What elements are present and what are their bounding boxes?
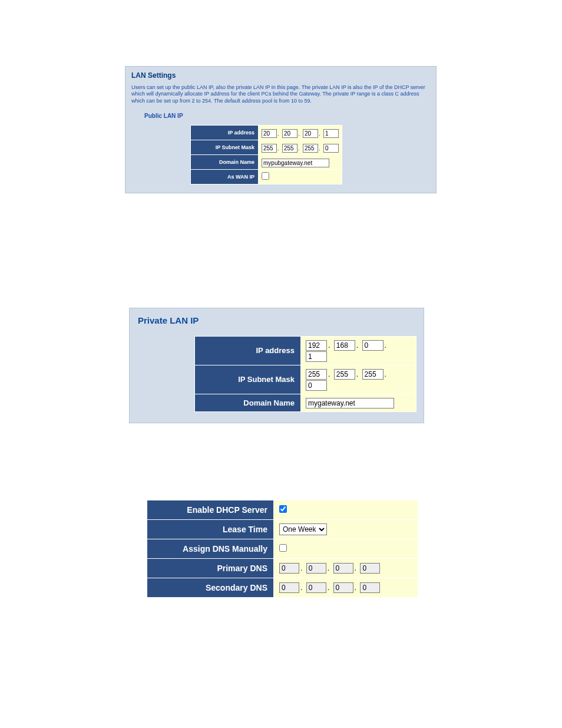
public-subnet-octet-4[interactable]: [323, 144, 339, 153]
dot-separator: .: [319, 146, 320, 151]
public-domain-label: Domain Name: [191, 154, 259, 169]
private-lan-ip-title: Private LAN IP: [138, 315, 416, 325]
private-subnet-label: IP Subnet Mask: [195, 365, 301, 394]
lease-time-value: One Week: [274, 519, 418, 539]
private-subnet-value: . . .: [301, 365, 416, 394]
dot-separator: .: [328, 341, 330, 350]
public-domain-input[interactable]: [262, 159, 329, 167]
public-ip-address-label: IP address: [191, 125, 259, 140]
lan-settings-panel: LAN Settings Users can set up the public…: [125, 66, 437, 193]
dot-separator: .: [298, 131, 300, 137]
public-subnet-label: IP Subnet Mask: [191, 140, 259, 154]
dot-separator: .: [355, 564, 356, 572]
primary-dns-octet-4[interactable]: [360, 563, 380, 574]
dot-separator: .: [300, 584, 302, 592]
lease-time-label: Lease Time: [147, 519, 274, 539]
lease-time-select[interactable]: One Week: [279, 523, 327, 535]
primary-dns-octet-2[interactable]: [306, 563, 326, 574]
secondary-dns-label: Secondary DNS: [147, 578, 274, 597]
as-wan-ip-value: [259, 169, 342, 184]
private-lan-ip-table: IP address . . . IP Subnet Mask . . . Do…: [194, 336, 416, 412]
enable-dhcp-label: Enable DHCP Server: [147, 500, 274, 519]
public-ip-octet-1[interactable]: [262, 129, 277, 138]
private-subnet-octet-4[interactable]: [306, 380, 327, 391]
public-ip-octet-2[interactable]: [282, 129, 297, 138]
primary-dns-value: . . .: [274, 558, 418, 578]
dhcp-dns-table: Enable DHCP Server Lease Time One Week A…: [147, 500, 418, 598]
dot-separator: .: [298, 146, 300, 151]
private-ip-address-label: IP address: [195, 336, 301, 365]
private-subnet-octet-1[interactable]: [306, 369, 327, 380]
private-lan-ip-panel: Private LAN IP IP address . . . IP Subne…: [129, 308, 424, 423]
dot-separator: .: [385, 370, 386, 378]
primary-dns-octet-1[interactable]: [279, 563, 299, 574]
private-ip-octet-2[interactable]: [334, 340, 355, 351]
as-wan-ip-checkbox[interactable]: [262, 172, 269, 180]
assign-dns-value: [274, 539, 418, 558]
dot-separator: .: [356, 370, 358, 378]
dot-separator: .: [277, 131, 279, 137]
primary-dns-octet-3[interactable]: [333, 563, 353, 574]
dot-separator: .: [385, 341, 386, 350]
public-ip-octet-4[interactable]: [323, 129, 339, 138]
private-ip-octet-1[interactable]: [306, 340, 327, 351]
private-domain-value: [301, 394, 416, 411]
as-wan-ip-label: As WAN IP: [191, 169, 259, 184]
dot-separator: .: [328, 370, 330, 378]
secondary-dns-value: . . .: [274, 578, 418, 597]
public-ip-address-value: . . .: [259, 125, 342, 140]
dot-separator: .: [319, 131, 320, 137]
public-subnet-octet-2[interactable]: [282, 144, 297, 153]
public-subnet-octet-3[interactable]: [303, 144, 318, 153]
dot-separator: .: [277, 146, 279, 151]
secondary-dns-octet-4[interactable]: [360, 582, 380, 593]
enable-dhcp-checkbox[interactable]: [279, 505, 287, 513]
dot-separator: .: [356, 341, 358, 350]
public-subnet-value: . . .: [259, 140, 342, 154]
public-subnet-octet-1[interactable]: [262, 144, 277, 153]
public-lan-ip-table: IP address . . . IP Subnet Mask . . . Do…: [190, 125, 342, 185]
secondary-dns-octet-2[interactable]: [306, 582, 326, 593]
dhcp-dns-panel: Enable DHCP Server Lease Time One Week A…: [147, 500, 418, 598]
secondary-dns-octet-1[interactable]: [279, 582, 299, 593]
enable-dhcp-value: [274, 500, 418, 519]
public-lan-ip-heading: Public LAN IP: [144, 113, 430, 119]
private-ip-octet-4[interactable]: [306, 351, 327, 362]
lan-settings-description: Users can set up the public LAN IP, also…: [131, 84, 430, 104]
secondary-dns-octet-3[interactable]: [333, 582, 353, 593]
private-subnet-octet-2[interactable]: [334, 369, 355, 380]
private-ip-address-value: . . .: [301, 336, 416, 365]
private-domain-input[interactable]: [306, 398, 394, 409]
lan-settings-title: LAN Settings: [131, 71, 430, 80]
assign-dns-label: Assign DNS Manually: [147, 539, 274, 558]
dot-separator: .: [328, 584, 329, 592]
public-domain-value: [259, 154, 342, 169]
public-ip-octet-3[interactable]: [303, 129, 318, 138]
private-ip-octet-3[interactable]: [362, 340, 384, 351]
private-subnet-octet-3[interactable]: [362, 369, 384, 380]
dot-separator: .: [355, 584, 356, 592]
dot-separator: .: [328, 564, 329, 572]
primary-dns-label: Primary DNS: [147, 558, 274, 578]
assign-dns-checkbox[interactable]: [279, 544, 287, 552]
private-domain-label: Domain Name: [195, 394, 301, 411]
dot-separator: .: [300, 564, 302, 572]
